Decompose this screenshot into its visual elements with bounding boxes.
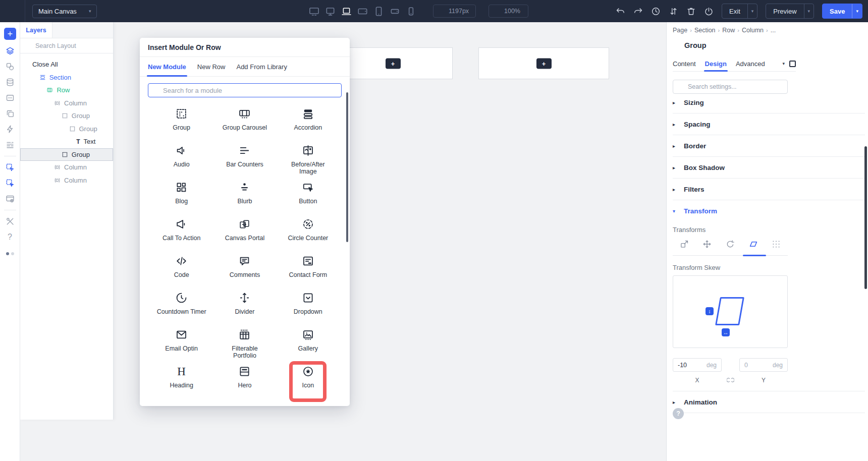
- link-icon[interactable]: [727, 376, 734, 384]
- tab-advanced[interactable]: Advanced: [736, 56, 765, 71]
- skew-x-input[interactable]: [678, 362, 698, 369]
- layer-item-column[interactable]: Column: [20, 161, 113, 174]
- skew-y-field[interactable]: deg: [739, 358, 788, 372]
- drag-handle-icon[interactable]: [788, 42, 796, 49]
- save-button[interactable]: Save ▾: [822, 4, 862, 19]
- layout-grid-icon[interactable]: [104, 7, 114, 16]
- tabs-dropdown-icon[interactable]: ▾: [782, 62, 785, 66]
- section-animation[interactable]: ▸Animation: [673, 391, 865, 413]
- save-dropdown[interactable]: ▾: [852, 4, 862, 18]
- canvas-zoom-field[interactable]: [489, 5, 528, 18]
- module-item-canvas-portal[interactable]: Canvas Portal: [213, 215, 276, 252]
- filter-funnel-icon[interactable]: [777, 84, 783, 90]
- preview-dropdown[interactable]: ▾: [804, 4, 814, 18]
- layer-item-column[interactable]: Column: [20, 97, 113, 110]
- rail-item-site-settings[interactable]: [6, 194, 15, 203]
- breadcrumb-item-row[interactable]: Row: [722, 27, 735, 34]
- skew-y-handle[interactable]: ↕: [706, 307, 714, 315]
- close-icon[interactable]: [335, 44, 342, 50]
- preview-swatch-icon[interactable]: [789, 61, 796, 67]
- phone-portrait-icon[interactable]: [406, 6, 416, 17]
- skew-y-input[interactable]: [744, 362, 765, 369]
- module-item-circle-counter[interactable]: Circle Counter: [277, 215, 340, 252]
- module-search-input[interactable]: [163, 87, 337, 94]
- tab-new-module[interactable]: New Module: [148, 57, 186, 76]
- close-all-button[interactable]: Close All: [20, 58, 113, 71]
- skew-shape[interactable]: [715, 297, 744, 325]
- section-border[interactable]: ▸Border: [673, 135, 865, 157]
- module-item-heading[interactable]: HHeading: [150, 363, 213, 399]
- add-button[interactable]: [4, 28, 16, 40]
- module-item-icon[interactable]: Icon: [277, 363, 340, 399]
- rail-item-tools[interactable]: [6, 217, 15, 226]
- add-module-button[interactable]: +: [536, 58, 552, 69]
- module-item-filterable-portfolio[interactable]: Filterable Portfolio: [213, 326, 276, 363]
- panel-scrollbar[interactable]: [864, 146, 867, 289]
- tab-add-from-library[interactable]: Add From Library: [236, 57, 287, 76]
- module-item-comments[interactable]: Comments: [213, 252, 276, 289]
- section-sizing[interactable]: ▸Sizing: [673, 92, 865, 113]
- breadcrumb-item-[interactable]: ...: [771, 27, 776, 34]
- sort-icon[interactable]: [669, 7, 678, 16]
- rail-item-help[interactable]: ?: [6, 233, 15, 242]
- module-item-bar-counters[interactable]: Bar Counters: [213, 142, 276, 179]
- rail-item-interactions[interactable]: [6, 125, 15, 134]
- breadcrumb-item-page[interactable]: Page: [673, 27, 687, 34]
- module-item-blurb[interactable]: Blurb: [213, 179, 276, 215]
- tab-layers[interactable]: Layers: [20, 22, 52, 38]
- section-box-shadow[interactable]: ▸Box Shadow: [673, 157, 865, 179]
- module-item-before-after-image[interactable]: Before/After Image: [277, 142, 340, 179]
- module-item-button[interactable]: Button: [277, 179, 340, 215]
- desktop-icon[interactable]: [325, 6, 336, 17]
- tool-transform-move[interactable]: [696, 240, 719, 256]
- section-transform[interactable]: ▾Transform: [673, 200, 865, 222]
- modal-scrollbar[interactable]: [346, 92, 348, 242]
- rail-item-design-presets[interactable]: [6, 62, 15, 71]
- breadcrumb-item-column[interactable]: Column: [742, 27, 764, 34]
- tablet-landscape-icon[interactable]: [357, 6, 368, 17]
- canvas-zoom-input[interactable]: [504, 8, 523, 15]
- back-arrow-icon[interactable]: [673, 42, 680, 49]
- layer-item-group[interactable]: Group: [20, 148, 113, 161]
- tool-transform-skew[interactable]: [742, 240, 765, 256]
- tool-transform-rotate[interactable]: [719, 240, 742, 256]
- more-options-icon[interactable]: [296, 8, 303, 15]
- module-item-email-optin[interactable]: Email Optin: [150, 326, 213, 363]
- layer-item-section[interactable]: Section: [20, 71, 113, 84]
- exit-button[interactable]: Exit ▾: [722, 4, 757, 19]
- tab-new-row[interactable]: New Row: [197, 57, 226, 76]
- laptop-icon[interactable]: [341, 6, 352, 17]
- view-mode-toggle[interactable]: [6, 252, 14, 255]
- tool-transform-scale[interactable]: [673, 240, 696, 256]
- help-button[interactable]: ?: [673, 408, 684, 419]
- settings-search-input[interactable]: [688, 83, 773, 90]
- close-icon[interactable]: [789, 27, 796, 34]
- layers-search-input[interactable]: [35, 42, 98, 49]
- module-item-group[interactable]: Group: [150, 105, 213, 142]
- skew-x-handle[interactable]: ↔: [722, 328, 730, 336]
- layer-item-group[interactable]: Group: [20, 109, 113, 123]
- rail-item-database[interactable]: [6, 78, 15, 87]
- layer-item-group[interactable]: Group: [20, 123, 113, 136]
- module-item-gallery[interactable]: Gallery: [277, 326, 340, 363]
- skew-x-field[interactable]: deg: [673, 358, 722, 372]
- canvas-width-field[interactable]: [433, 5, 476, 18]
- rail-item-pages[interactable]: [6, 109, 15, 118]
- redo-icon[interactable]: [633, 7, 643, 16]
- module-item-group-carousel[interactable]: Group Carousel: [213, 105, 276, 142]
- rail-item-layers[interactable]: [6, 46, 15, 55]
- module-item-blog[interactable]: Blog: [150, 179, 213, 215]
- canvas-selector[interactable]: Main Canvas ▾: [32, 5, 97, 18]
- layer-item-row[interactable]: Row: [20, 84, 113, 97]
- section-filters[interactable]: ▸Filters: [673, 179, 865, 200]
- portability-icon[interactable]: [704, 7, 714, 16]
- canvas-width-input[interactable]: [449, 8, 471, 15]
- gear-icon[interactable]: [7, 7, 16, 16]
- tab-design[interactable]: Design: [705, 56, 727, 71]
- add-module-button[interactable]: +: [386, 58, 401, 69]
- history-icon[interactable]: [651, 7, 661, 16]
- rail-item-select-module[interactable]: [6, 163, 15, 172]
- layer-item-text[interactable]: TText: [20, 135, 113, 148]
- rail-item-module-card[interactable]: [6, 93, 15, 102]
- trash-icon[interactable]: [686, 7, 696, 16]
